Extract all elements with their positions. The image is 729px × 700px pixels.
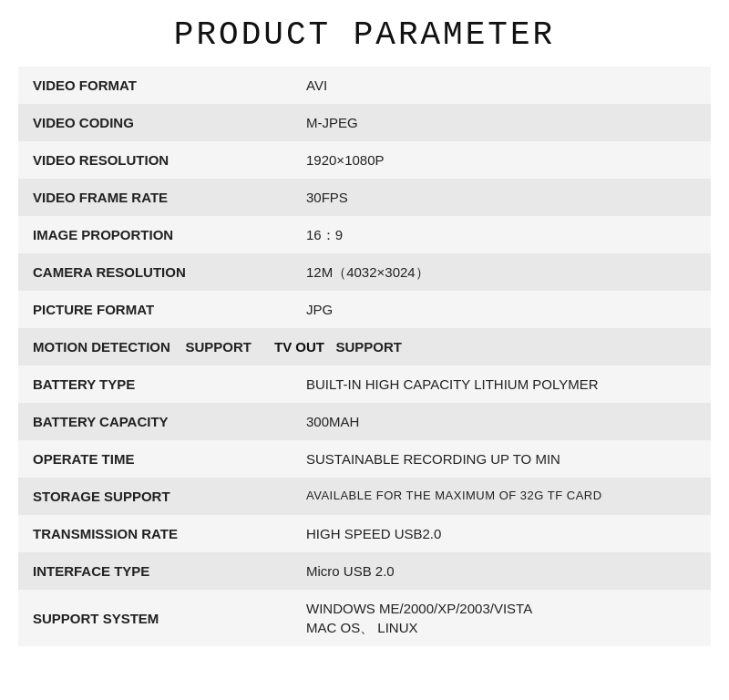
params-table: VIDEO FORMATAVIVIDEO CODINGM-JPEGVIDEO R… [18,67,711,646]
table-row: BATTERY TYPEBUILT-IN HIGH CAPACITY LITHI… [18,365,711,403]
param-value: 30FPS [292,179,711,216]
table-row: BATTERY CAPACITY300MAH [18,403,711,440]
param-value: Micro USB 2.0 [292,552,711,590]
param-value: WINDOWS ME/2000/XP/2003/VISTAMAC OS、 LIN… [292,590,711,646]
param-value: SUSTAINABLE RECORDING UP TO MIN [292,440,711,478]
param-value: 12M（4032×3024） [292,253,711,291]
param-value: AVI [292,67,711,104]
table-row: OPERATE TIMESUSTAINABLE RECORDING UP TO … [18,440,711,478]
table-row: MOTION DETECTION SUPPORT TV OUT SUPPORT [18,328,711,365]
title-section: PRODUCT PARAMETER [0,0,729,67]
page-container: PRODUCT PARAMETER VIDEO FORMATAVIVIDEO C… [0,0,729,700]
param-label: IMAGE PROPORTION [18,216,292,253]
motion-detection-row: MOTION DETECTION SUPPORT TV OUT SUPPORT [18,328,711,365]
table-row: VIDEO CODINGM-JPEG [18,104,711,141]
tv-out-label: TV OUT [274,339,324,355]
table-row: TRANSMISSION RATEHIGH SPEED USB2.0 [18,515,711,552]
param-value: JPG [292,291,711,328]
param-label: SUPPORT SYSTEM [18,590,292,646]
table-row: IMAGE PROPORTION16：9 [18,216,711,253]
table-row: PICTURE FORMATJPG [18,291,711,328]
table-row: SUPPORT SYSTEMWINDOWS ME/2000/XP/2003/VI… [18,590,711,646]
param-label: CAMERA RESOLUTION [18,253,292,291]
param-value: 1920×1080P [292,141,711,179]
param-label: BATTERY CAPACITY [18,403,292,440]
table-row: INTERFACE TYPEMicro USB 2.0 [18,552,711,590]
param-label: VIDEO FORMAT [18,67,292,104]
table-row: VIDEO FORMATAVI [18,67,711,104]
param-value: 300MAH [292,403,711,440]
param-label: INTERFACE TYPE [18,552,292,590]
param-label: STORAGE SUPPORT [18,478,292,515]
param-value: BUILT-IN HIGH CAPACITY LITHIUM POLYMER [292,365,711,403]
param-value: AVAILABLE FOR THE MAXIMUM OF 32G TF CARD [292,478,711,515]
table-row: VIDEO FRAME RATE30FPS [18,179,711,216]
param-value: 16：9 [292,216,711,253]
page-title: PRODUCT PARAMETER [0,16,729,54]
param-label: VIDEO RESOLUTION [18,141,292,179]
table-row: STORAGE SUPPORTAVAILABLE FOR THE MAXIMUM… [18,478,711,515]
table-row: VIDEO RESOLUTION1920×1080P [18,141,711,179]
param-value: HIGH SPEED USB2.0 [292,515,711,552]
table-row: CAMERA RESOLUTION12M（4032×3024） [18,253,711,291]
param-value: M-JPEG [292,104,711,141]
param-label: OPERATE TIME [18,440,292,478]
param-label: PICTURE FORMAT [18,291,292,328]
param-label: BATTERY TYPE [18,365,292,403]
param-label: VIDEO CODING [18,104,292,141]
param-label: TRANSMISSION RATE [18,515,292,552]
param-label: VIDEO FRAME RATE [18,179,292,216]
